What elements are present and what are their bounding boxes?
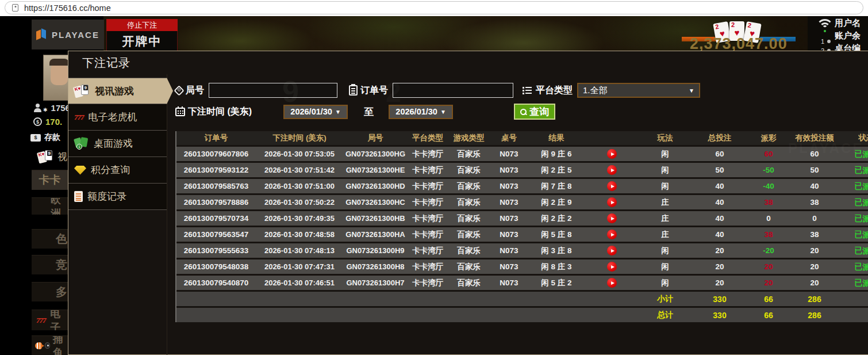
- status-cell: 已派彩: [840, 195, 868, 209]
- subtotal-round: [343, 292, 408, 306]
- replay-button[interactable]: [607, 165, 617, 175]
- replay-button[interactable]: [607, 197, 617, 207]
- valid-bet-cell: 20: [789, 276, 840, 290]
- replay-cell: [585, 211, 639, 226]
- replay-button[interactable]: [607, 181, 617, 191]
- round-cell: GN073261300HD: [343, 179, 408, 193]
- tab-video-games[interactable]: K♥9 视讯游戏: [68, 78, 167, 104]
- subtotal-payout: 66: [748, 292, 789, 306]
- replay-button[interactable]: [607, 262, 617, 272]
- valid-bet-cell: 38: [789, 195, 840, 209]
- table-status-banner: 停止下注 开牌中: [106, 19, 178, 52]
- modal-title: 下注记录: [68, 51, 868, 74]
- total-bet-cell: 20: [691, 276, 748, 290]
- replay-cell: [585, 163, 639, 177]
- valid-bet-cell: 0: [789, 211, 840, 226]
- replay-button[interactable]: [607, 278, 617, 288]
- table-row: 2601300796078062026-01-30 07:53:05GN0732…: [176, 147, 868, 161]
- replay-button[interactable]: [607, 149, 617, 159]
- chevron-down-icon: ▼: [335, 109, 341, 115]
- table-row: 2601300795931222026-01-30 07:51:42GN0732…: [176, 163, 868, 177]
- valid-bet-cell: 50: [789, 163, 840, 177]
- replay-button[interactable]: [607, 230, 617, 239]
- table-header: 订单号 下注时间 (美东) 局号 平台类型 游戏类型 桌号 结果 玩法 总投注 …: [176, 131, 868, 145]
- status-cell: 已派彩: [840, 276, 868, 290]
- browser-bar: https://175616.cc/home: [0, 0, 868, 16]
- table-row: 2601300795480382026-01-30 07:47:31GN0732…: [176, 259, 868, 274]
- tag-icon: [174, 85, 184, 96]
- valid-bet-cell: 38: [789, 227, 840, 242]
- filter-row-2: 下注时间 (美东) 2026/01/30 ▼ 至 2026/01/30 ▼: [175, 104, 868, 120]
- screen: https://175616.cc/home PLAYACE 停止下注 开牌中 …: [0, 0, 868, 355]
- game-cell: 百家乐: [448, 195, 490, 209]
- date-to-select[interactable]: 2026/01/30 ▼: [389, 105, 453, 119]
- round-cell: GN073261300HC: [343, 195, 408, 209]
- replay-button[interactable]: [607, 213, 617, 223]
- tab-slots[interactable]: 777 电子老虎机: [68, 104, 167, 131]
- subtotal-total-bet: 330: [691, 292, 748, 306]
- total-bet-cell: 20: [691, 259, 748, 274]
- order-cell: 260130079548038: [176, 259, 256, 274]
- slots-nav[interactable]: 777 电子: [32, 310, 68, 330]
- total-time: [256, 308, 343, 322]
- video-games-nav[interactable]: K♥9 视: [38, 150, 67, 164]
- tab-table-games[interactable]: 1 桌面游戏: [68, 131, 167, 157]
- calendar-icon: [175, 108, 185, 116]
- hall-tab[interactable]: 色: [32, 229, 68, 249]
- play-type-cell: 庄: [639, 211, 691, 226]
- replay-button[interactable]: [607, 246, 617, 255]
- round-cell: GN073261300HG: [343, 147, 408, 161]
- hall-tab[interactable]: 欧洲: [32, 197, 68, 215]
- round-input[interactable]: [209, 83, 337, 98]
- total-status: [840, 308, 868, 322]
- order-input[interactable]: [393, 83, 513, 98]
- platform-label: 平台类型: [536, 85, 573, 97]
- hall-tab[interactable]: 竞: [32, 255, 68, 274]
- subtotal-play-type: 小计: [639, 292, 691, 306]
- hall-tab-active[interactable]: 卡卡: [32, 170, 68, 190]
- game-cell: 百家乐: [448, 147, 490, 161]
- search-button[interactable]: 查询: [514, 104, 555, 120]
- fish-icon: [35, 342, 42, 349]
- deposit-button[interactable]: $ 存款: [30, 132, 60, 143]
- total-payout: 66: [748, 308, 789, 322]
- tab-points-query[interactable]: 积分查询: [68, 157, 167, 184]
- hall-tab[interactable]: 多: [32, 282, 68, 301]
- date-from-select[interactable]: 2026/01/30 ▼: [283, 105, 348, 119]
- payout-cell: 60: [748, 147, 789, 161]
- total-bet-cell: 40: [691, 179, 748, 193]
- total-bet-cell: 40: [691, 211, 748, 226]
- header-payout: 派彩: [748, 131, 789, 145]
- table-row: 2601300795707342026-01-30 07:49:35GN0732…: [176, 211, 868, 226]
- address-bar[interactable]: https://175616.cc/home: [5, 1, 863, 14]
- time-cell: 2026-01-30 07:50:22: [256, 195, 343, 209]
- cards-icon: K♥9: [74, 84, 90, 98]
- table-row: 2601300795857632026-01-30 07:51:00GN0732…: [176, 179, 868, 193]
- status-cell: 已派彩: [840, 227, 868, 242]
- play-type-cell: 闲: [639, 259, 691, 274]
- total-bet-cell: 40: [691, 195, 748, 209]
- time-cell: 2026-01-30 07:51:00: [256, 179, 343, 193]
- play-type-cell: 闲: [639, 147, 691, 161]
- header-game: 游戏类型: [448, 131, 490, 145]
- total-order: [176, 308, 256, 322]
- order-cell: 260130079555633: [176, 243, 256, 258]
- play-type-cell: 庄: [639, 195, 691, 209]
- replay-cell: [585, 195, 639, 209]
- round-cell: GN073261300HA: [343, 227, 408, 242]
- payout-cell: 38: [748, 195, 789, 209]
- payout-cell: -20: [748, 243, 789, 258]
- payout-cell: 20: [748, 259, 789, 274]
- platform-select[interactable]: 1.全部 ▼: [577, 83, 700, 98]
- round-cell: GN073261300HE: [343, 163, 408, 177]
- subtotal-table-no: [490, 292, 528, 306]
- replay-cell: [585, 227, 639, 242]
- chevron-down-icon: ▼: [440, 109, 446, 115]
- tab-quota-records[interactable]: 额度记录: [68, 184, 167, 210]
- fishing-nav[interactable]: 捕鱼: [32, 335, 68, 355]
- game-cell: 百家乐: [448, 163, 490, 177]
- slot-777-icon: 777: [36, 316, 46, 325]
- replay-cell: [585, 147, 639, 161]
- playace-logo-icon: [35, 29, 48, 40]
- cards-icon: K♥9: [38, 150, 54, 164]
